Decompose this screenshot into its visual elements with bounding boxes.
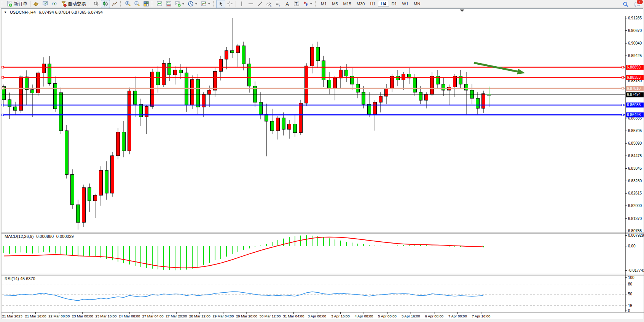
price-axis-label: 6.85090 bbox=[628, 141, 642, 145]
window-bottom-strip bbox=[0, 319, 644, 322]
line-handle[interactable] bbox=[622, 66, 624, 68]
chat-button[interactable]: 1 bbox=[633, 0, 642, 8]
chart-title-bar[interactable]: ▼ USDCNH-,H4 6.87494 6.87814 6.87365 6.8… bbox=[4, 10, 103, 14]
symbol-period-label: USDCNH-,H4 bbox=[10, 10, 36, 14]
toolbar-grip bbox=[120, 1, 122, 6]
time-axis-label: 29 Mar 20:00 bbox=[236, 314, 257, 318]
line-handle[interactable] bbox=[622, 88, 624, 89]
svg-text:F: F bbox=[279, 5, 281, 7]
bar-chart-mode-button[interactable] bbox=[92, 0, 101, 8]
line-handle[interactable] bbox=[622, 114, 624, 116]
price-badge: 6.87810 bbox=[627, 86, 641, 91]
price-badge: 6.88859 bbox=[627, 65, 641, 69]
toolbar-grip bbox=[152, 1, 154, 6]
new-order-icon bbox=[6, 1, 13, 7]
line-handle[interactable] bbox=[2, 114, 4, 116]
search-button[interactable] bbox=[621, 0, 630, 8]
line-handle[interactable] bbox=[622, 77, 624, 78]
price-axis-label: 6.83230 bbox=[628, 179, 642, 183]
price-axis-label: 6.90040 bbox=[628, 41, 642, 45]
rsi-axis-label: 50 bbox=[628, 292, 633, 296]
label-icon: T bbox=[293, 1, 300, 7]
cursor-tool-button[interactable] bbox=[216, 0, 225, 8]
price-badge: 6.87494 bbox=[627, 92, 641, 97]
tile-windows-button[interactable] bbox=[142, 0, 151, 8]
rsi-axis-label: 15 bbox=[628, 304, 633, 308]
new-order-button[interactable]: 新订单 bbox=[5, 0, 29, 8]
price-axis-label: 6.90670 bbox=[628, 29, 642, 33]
chevron-down-icon: ▼ bbox=[4, 11, 7, 14]
signals-button[interactable] bbox=[50, 0, 59, 8]
timeframe-button-m1[interactable]: M1 bbox=[318, 1, 329, 7]
arrows-tool-button[interactable] bbox=[301, 0, 314, 8]
timeframe-button-d1[interactable]: D1 bbox=[389, 1, 400, 7]
candle bbox=[82, 185, 86, 227]
time-axis-label: 7 Apr 00:00 bbox=[448, 314, 467, 318]
candle bbox=[191, 75, 194, 109]
templates-button[interactable] bbox=[199, 0, 212, 8]
toolbar: 新订单 自动交易 bbox=[0, 0, 644, 8]
line-handle[interactable] bbox=[2, 104, 4, 106]
metaeditor-button[interactable] bbox=[32, 0, 41, 8]
toolbar-grip bbox=[213, 1, 215, 6]
time-axis-label: 21 Mar 16:00 bbox=[25, 314, 46, 318]
line-handle[interactable] bbox=[2, 66, 4, 68]
timeframe-button-m5[interactable]: M5 bbox=[329, 1, 340, 7]
fibonacci-tool-button[interactable]: F bbox=[274, 0, 283, 8]
timeframe-button-h1[interactable]: H1 bbox=[367, 1, 378, 7]
text-icon: A bbox=[284, 1, 290, 7]
macd-axis-label: -0.017743 bbox=[628, 268, 644, 273]
toolbar-grip bbox=[89, 1, 91, 6]
autotrading-button[interactable]: 自动交易 bbox=[59, 0, 88, 8]
text-tool-button[interactable]: A bbox=[283, 0, 292, 8]
vertical-line-tool-button[interactable] bbox=[237, 0, 246, 8]
line-handle[interactable] bbox=[2, 88, 4, 89]
indicator-windows-icon bbox=[166, 1, 172, 7]
ohlc-values-label: 6.87494 6.87814 6.87365 6.87494 bbox=[39, 10, 103, 14]
price-axis-label: 6.89425 bbox=[628, 54, 642, 58]
macd-indicator-label: MACD(12,26,9) -0.000880 -0.000029 bbox=[5, 234, 74, 239]
candlestick-icon bbox=[102, 1, 108, 7]
price-axis-label: 6.84475 bbox=[628, 154, 642, 158]
line-handle[interactable] bbox=[2, 77, 4, 78]
trendline-tool-button[interactable] bbox=[255, 0, 265, 8]
zoom-in-button[interactable] bbox=[123, 0, 132, 8]
horizontal-line-icon bbox=[248, 1, 254, 7]
new-chart-button[interactable] bbox=[173, 0, 186, 8]
clock-icon bbox=[188, 1, 194, 7]
separator bbox=[236, 1, 236, 7]
timeframe-button-w1[interactable]: W1 bbox=[400, 1, 411, 7]
equidistant-channel-tool-button[interactable]: E bbox=[265, 0, 274, 8]
timeframe-button-m30[interactable]: M30 bbox=[354, 1, 367, 7]
market-watch-button[interactable] bbox=[41, 0, 50, 8]
timeframe-button-m15[interactable]: M15 bbox=[341, 1, 354, 7]
autotrading-label: 自动交易 bbox=[68, 1, 86, 7]
chevron-down-icon bbox=[208, 1, 210, 7]
template-icon bbox=[201, 1, 207, 7]
price-axis-label: 6.83845 bbox=[628, 166, 642, 171]
search-icon bbox=[623, 2, 629, 8]
price-badge: 6.88353 bbox=[627, 75, 641, 80]
crosshair-tool-button[interactable] bbox=[225, 0, 234, 8]
autotrading-icon bbox=[61, 1, 67, 7]
line-handle[interactable] bbox=[622, 104, 624, 106]
timeframe-button-mn[interactable]: MN bbox=[411, 1, 423, 7]
zoom-out-button[interactable] bbox=[132, 0, 142, 8]
indicators-button[interactable] bbox=[155, 0, 164, 8]
indicator-windows-button[interactable] bbox=[164, 0, 173, 8]
timeframe-group: M1M5M15M30H1H4D1W1MN bbox=[318, 1, 423, 7]
svg-text:A: A bbox=[286, 1, 289, 7]
line-chart-mode-button[interactable] bbox=[110, 0, 119, 8]
candlestick-mode-button[interactable] bbox=[101, 0, 110, 8]
candle bbox=[162, 60, 166, 87]
periodicity-button[interactable] bbox=[186, 0, 199, 8]
timeframe-button-h4[interactable]: H4 bbox=[378, 1, 389, 7]
new-chart-icon bbox=[175, 1, 181, 7]
chart-canvas[interactable]: 6.912856.906706.900406.894256.881806.863… bbox=[0, 8, 644, 322]
text-label-tool-button[interactable]: T bbox=[292, 0, 301, 8]
rsi-indicator-label: RSI(14) 45.6370 bbox=[5, 276, 35, 281]
time-axis-label: 29 Mar 04:00 bbox=[212, 314, 234, 318]
horizontal-line-tool-button[interactable] bbox=[246, 0, 255, 8]
zoom-in-icon bbox=[125, 1, 131, 7]
macd-axis-label: 0.00 bbox=[628, 244, 636, 248]
